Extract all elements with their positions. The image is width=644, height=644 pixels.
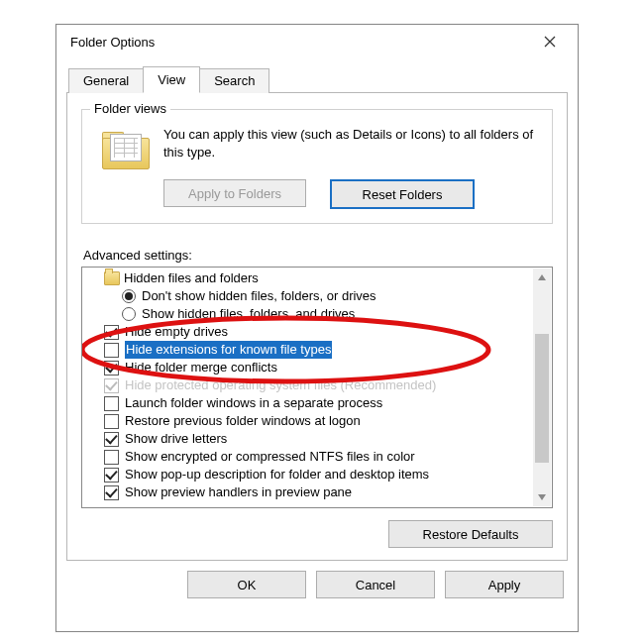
checkbox[interactable]: [104, 485, 119, 500]
tabstrip: General View Search: [66, 66, 568, 93]
list-item[interactable]: Show encrypted or compressed NTFS files …: [88, 448, 533, 466]
titlebar: Folder Options: [56, 25, 578, 58]
folder-icon: [104, 271, 120, 285]
list-item[interactable]: Hide protected operating system files (R…: [88, 376, 533, 394]
checkbox[interactable]: [104, 361, 119, 376]
restore-defaults-button[interactable]: Restore Defaults: [388, 520, 553, 548]
tab-search[interactable]: Search: [199, 68, 269, 93]
list-item-label: Hide empty drives: [125, 323, 228, 341]
close-icon: [544, 35, 556, 50]
dialog-button-row: OK Cancel Apply: [56, 561, 578, 598]
apply-to-folders-button: Apply to Folders: [163, 179, 306, 207]
list-item[interactable]: Show drive letters: [88, 430, 533, 448]
checkbox[interactable]: [104, 325, 119, 340]
tab-general[interactable]: General: [68, 68, 144, 93]
scroll-track[interactable]: [533, 286, 551, 488]
list-item[interactable]: Launch folder windows in a separate proc…: [88, 394, 533, 412]
list-item-label: Show preview handlers in preview pane: [125, 483, 352, 501]
list-item[interactable]: Don't show hidden files, folders, or dri…: [88, 287, 533, 305]
list-item-label: Show drive letters: [125, 430, 227, 448]
list-item-label: Hide extensions for known file types: [125, 341, 332, 359]
advanced-settings-label: Advanced settings:: [83, 248, 553, 263]
reset-folders-button[interactable]: Reset Folders: [330, 179, 475, 209]
tab-view[interactable]: View: [143, 66, 200, 93]
list-item[interactable]: Show hidden files, folders, and drives: [88, 305, 533, 323]
list-item[interactable]: Hidden files and folders: [88, 269, 533, 287]
dialog-title: Folder Options: [70, 35, 155, 50]
list-item-label: Restore previous folder windows at logon: [125, 412, 361, 430]
list-item[interactable]: Hide empty drives: [88, 323, 533, 341]
radio[interactable]: [122, 289, 136, 303]
checkbox[interactable]: [104, 378, 119, 393]
folder-options-dialog: Folder Options General View Search Folde…: [55, 24, 579, 632]
folder-views-icon: [102, 128, 150, 169]
checkbox[interactable]: [104, 432, 119, 447]
scroll-down-icon[interactable]: [533, 488, 551, 506]
folder-views-text: You can apply this view (such as Details…: [163, 126, 538, 169]
folder-views-group: Folder views You can apply this view (su…: [81, 109, 553, 224]
list-item-label: Don't show hidden files, folders, or dri…: [142, 287, 376, 305]
checkbox[interactable]: [104, 396, 119, 411]
checkbox[interactable]: [104, 468, 119, 483]
list-item-label: Show encrypted or compressed NTFS files …: [125, 448, 415, 466]
list-item[interactable]: Restore previous folder windows at logon: [88, 412, 533, 430]
checkbox[interactable]: [104, 414, 119, 429]
scroll-up-icon[interactable]: [533, 268, 551, 286]
scrollbar[interactable]: [533, 268, 551, 506]
list-item[interactable]: Show pop-up description for folder and d…: [88, 466, 533, 483]
list-item-label: Show hidden files, folders, and drives: [142, 305, 355, 323]
ok-button[interactable]: OK: [187, 571, 306, 598]
list-item[interactable]: Hide folder merge conflicts: [88, 359, 533, 376]
radio[interactable]: [122, 307, 136, 321]
list-item-label: Launch folder windows in a separate proc…: [125, 394, 382, 412]
tab-view-page: Folder views You can apply this view (su…: [66, 93, 568, 561]
checkbox[interactable]: [104, 343, 119, 358]
list-item-label: Hide protected operating system files (R…: [125, 376, 436, 394]
scroll-thumb[interactable]: [535, 334, 549, 463]
list-item[interactable]: Show preview handlers in preview pane: [88, 483, 533, 501]
list-item-label: Hidden files and folders: [124, 269, 259, 287]
apply-button[interactable]: Apply: [445, 571, 564, 598]
list-item[interactable]: Hide extensions for known file types: [88, 341, 533, 359]
advanced-settings-list: Hidden files and foldersDon't show hidde…: [81, 267, 553, 508]
cancel-button[interactable]: Cancel: [316, 571, 435, 598]
list-item-label: Show pop-up description for folder and d…: [125, 466, 429, 483]
checkbox[interactable]: [104, 450, 119, 465]
close-button[interactable]: [530, 27, 570, 56]
list-item-label: Hide folder merge conflicts: [125, 359, 277, 376]
folder-views-legend: Folder views: [90, 101, 170, 116]
